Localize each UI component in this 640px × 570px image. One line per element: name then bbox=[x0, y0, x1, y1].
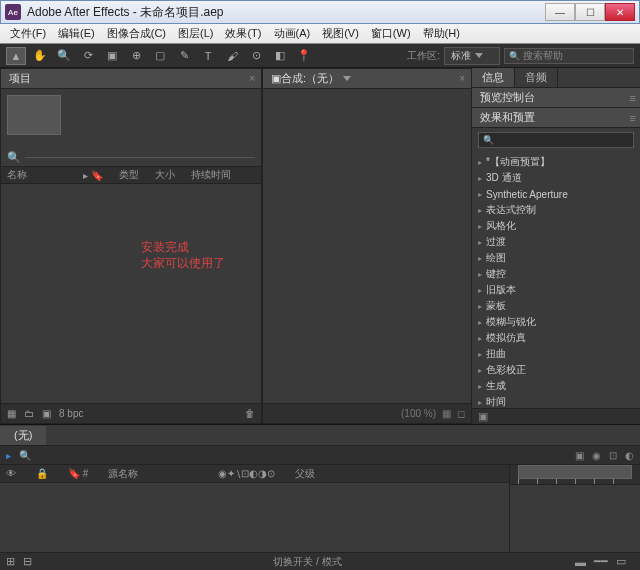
menu-file[interactable]: 文件(F) bbox=[4, 26, 52, 41]
shape-tool[interactable]: ▢ bbox=[150, 47, 170, 65]
fx-category[interactable]: 扭曲 bbox=[472, 346, 640, 362]
preview-panel-header[interactable]: 预览控制台≡ bbox=[472, 88, 640, 108]
eye-icon[interactable]: 👁 bbox=[6, 468, 16, 479]
info-tab[interactable]: 信息 bbox=[472, 68, 515, 87]
close-button[interactable]: ✕ bbox=[605, 3, 635, 21]
menu-layer[interactable]: 图层(L) bbox=[172, 26, 219, 41]
pen-tool[interactable]: ✎ bbox=[174, 47, 194, 65]
zoom-level[interactable]: (100 %) bbox=[401, 408, 436, 419]
menu-edit[interactable]: 编辑(E) bbox=[52, 26, 101, 41]
eraser-tool[interactable]: ◧ bbox=[270, 47, 290, 65]
fx-category[interactable]: 生成 bbox=[472, 378, 640, 394]
fx-category[interactable]: 旧版本 bbox=[472, 282, 640, 298]
toggle-switches-label[interactable]: 切换开关 / 模式 bbox=[40, 555, 575, 569]
close-icon[interactable]: × bbox=[249, 73, 255, 84]
fx-category[interactable]: 绘图 bbox=[472, 250, 640, 266]
workspace-dropdown[interactable]: 标准 bbox=[444, 47, 500, 65]
overlay-text: 安装完成大家可以使用了 bbox=[141, 239, 225, 271]
timeline-footer: ⊞ ⊟ 切换开关 / 模式 ▬ ━━ ▭ bbox=[0, 552, 640, 570]
new-comp-icon[interactable]: ▣ bbox=[42, 408, 51, 419]
fx-category[interactable]: 键控 bbox=[472, 266, 640, 282]
minimize-button[interactable]: — bbox=[545, 3, 575, 21]
col-parent[interactable]: 父级 bbox=[295, 467, 315, 481]
workspace-label: 工作区: bbox=[407, 49, 440, 63]
pin-tool[interactable]: 📍 bbox=[294, 47, 314, 65]
tl-icon[interactable]: ◐ bbox=[625, 450, 634, 461]
fx-category[interactable]: 模糊与锐化 bbox=[472, 314, 640, 330]
apply-icon[interactable]: ▣ bbox=[478, 410, 488, 423]
trash-icon[interactable]: 🗑 bbox=[245, 408, 255, 419]
timeline-panel: (无) ▸ 🔍 ▣ ◉ ⊡ ◐ 👁 🔒 🔖 # 源名称 ◉✦∖⊡◐◑⊙ 父级 bbox=[0, 424, 640, 570]
tl-icon[interactable]: ⊡ bbox=[609, 450, 617, 461]
text-tool[interactable]: T bbox=[198, 47, 218, 65]
tl-icon[interactable]: ▣ bbox=[575, 450, 584, 461]
menu-window[interactable]: 窗口(W) bbox=[365, 26, 417, 41]
window-title: Adobe After Effects - 未命名项目.aep bbox=[27, 4, 545, 21]
audio-tab[interactable]: 音频 bbox=[515, 68, 558, 87]
panel-menu-icon[interactable]: ≡ bbox=[630, 112, 636, 124]
menu-help[interactable]: 帮助(H) bbox=[417, 26, 466, 41]
zoom-slider[interactable]: ━━ bbox=[594, 555, 608, 568]
selection-tool[interactable]: ▲ bbox=[6, 47, 26, 65]
fx-category[interactable]: 风格化 bbox=[472, 218, 640, 234]
hand-tool[interactable]: ✋ bbox=[30, 47, 50, 65]
col-name[interactable]: 名称 bbox=[7, 168, 27, 182]
stamp-tool[interactable]: ⊙ bbox=[246, 47, 266, 65]
project-search[interactable]: 🔍 bbox=[7, 151, 255, 164]
interpret-icon[interactable]: ▦ bbox=[7, 408, 16, 419]
fx-category[interactable]: 蒙板 bbox=[472, 298, 640, 314]
right-panels: 信息 音频 预览控制台≡ 效果和预置≡ *【动画预置】 3D 通道 Synthe… bbox=[472, 68, 640, 424]
effects-footer: ▣ bbox=[472, 408, 640, 424]
project-list[interactable]: 安装完成大家可以使用了 bbox=[1, 184, 261, 403]
project-panel: 项目× 🔍 名称 ▸ 🔖 类型 大小 持续时间 安装完成大家可以使用了 ▦ 🗀 … bbox=[0, 68, 262, 424]
fx-category[interactable]: 3D 通道 bbox=[472, 170, 640, 186]
timeline-workarea[interactable] bbox=[518, 465, 632, 479]
composition-viewer[interactable] bbox=[263, 89, 471, 403]
project-tab[interactable]: 项目× bbox=[1, 69, 261, 89]
fx-category[interactable]: 时间 bbox=[472, 394, 640, 408]
panel-menu-icon[interactable]: ≡ bbox=[630, 92, 636, 104]
menu-animation[interactable]: 动画(A) bbox=[268, 26, 317, 41]
col-duration[interactable]: 持续时间 bbox=[191, 168, 231, 182]
help-search[interactable]: 搜索帮助 bbox=[504, 48, 634, 64]
close-icon[interactable]: × bbox=[459, 73, 465, 84]
menu-composition[interactable]: 图像合成(C) bbox=[101, 26, 172, 41]
timeline-tab[interactable]: (无) bbox=[0, 426, 46, 445]
fx-category[interactable]: *【动画预置】 bbox=[472, 154, 640, 170]
composition-tab[interactable]: ▣ 合成:（无）× bbox=[263, 69, 471, 89]
menu-effect[interactable]: 效果(T) bbox=[219, 26, 267, 41]
expand-icon[interactable]: ⊞ bbox=[6, 555, 15, 568]
project-footer: ▦ 🗀 ▣ 8 bpc 🗑 bbox=[1, 403, 261, 423]
brush-tool[interactable]: 🖌 bbox=[222, 47, 242, 65]
bpc-label[interactable]: 8 bpc bbox=[59, 408, 83, 419]
rotate-tool[interactable]: ⟳ bbox=[78, 47, 98, 65]
maximize-button[interactable]: ☐ bbox=[575, 3, 605, 21]
search-icon[interactable]: 🔍 bbox=[19, 450, 31, 461]
effects-search[interactable] bbox=[478, 132, 634, 148]
mask-icon[interactable]: ◻ bbox=[457, 408, 465, 419]
effects-panel-header[interactable]: 效果和预置≡ bbox=[472, 108, 640, 128]
col-size[interactable]: 大小 bbox=[155, 168, 175, 182]
fx-category[interactable]: 过渡 bbox=[472, 234, 640, 250]
fx-category[interactable]: 表达式控制 bbox=[472, 202, 640, 218]
anchor-tool[interactable]: ⊕ bbox=[126, 47, 146, 65]
menu-view[interactable]: 视图(V) bbox=[316, 26, 365, 41]
tl-icon[interactable]: ◉ bbox=[592, 450, 601, 461]
col-source[interactable]: 源名称 bbox=[108, 467, 138, 481]
lock-icon[interactable]: 🔒 bbox=[36, 468, 48, 479]
zoom-tool[interactable]: 🔍 bbox=[54, 47, 74, 65]
camera-tool[interactable]: ▣ bbox=[102, 47, 122, 65]
timecode[interactable]: ▸ bbox=[6, 450, 11, 461]
zoom-out-icon[interactable]: ▬ bbox=[575, 556, 586, 568]
fx-category[interactable]: Synthetic Aperture bbox=[472, 186, 640, 202]
effects-list[interactable]: *【动画预置】 3D 通道 Synthetic Aperture 表达式控制 风… bbox=[472, 152, 640, 408]
col-type[interactable]: 类型 bbox=[119, 168, 139, 182]
window-titlebar: Ae Adobe After Effects - 未命名项目.aep — ☐ ✕ bbox=[0, 0, 640, 24]
graph-icon[interactable]: ⊟ bbox=[23, 555, 32, 568]
zoom-in-icon[interactable]: ▭ bbox=[616, 555, 626, 568]
fx-category[interactable]: 模拟仿真 bbox=[472, 330, 640, 346]
folder-icon[interactable]: 🗀 bbox=[24, 408, 34, 419]
composition-footer: (100 %) ▦ ◻ bbox=[263, 403, 471, 423]
grid-icon[interactable]: ▦ bbox=[442, 408, 451, 419]
fx-category[interactable]: 色彩校正 bbox=[472, 362, 640, 378]
